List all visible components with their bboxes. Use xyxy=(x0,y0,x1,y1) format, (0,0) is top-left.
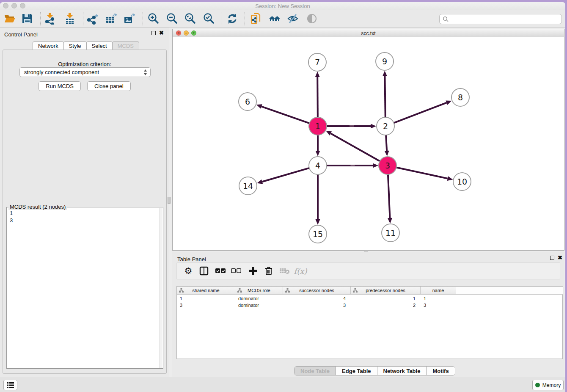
vertical-splitter-handle[interactable] xyxy=(168,197,171,204)
delete-table-icon[interactable] xyxy=(279,265,290,276)
close-panel-button[interactable]: Close panel xyxy=(87,81,131,91)
main-toolbar xyxy=(0,10,565,28)
refresh-icon[interactable] xyxy=(226,12,239,25)
column-header-shared-name[interactable]: shared name xyxy=(177,287,235,295)
table-panel-buttons: ✖ xyxy=(550,256,562,260)
node-label: 7 xyxy=(315,58,320,67)
select-all-icon[interactable] xyxy=(215,265,226,276)
deselect-all-icon[interactable] xyxy=(231,265,242,276)
tab-network[interactable]: Network xyxy=(33,41,64,50)
node-label: 4 xyxy=(315,161,320,170)
arrowhead-icon xyxy=(373,163,378,168)
cell-shared-name: 1 xyxy=(177,295,235,302)
delete-column-icon[interactable] xyxy=(263,265,274,276)
search-field[interactable] xyxy=(439,14,562,24)
zoom-out-icon[interactable] xyxy=(165,12,178,25)
column-header-MCDS-role[interactable]: MCDS role xyxy=(235,287,283,295)
tab-mcds[interactable]: MCDS xyxy=(112,41,139,50)
close-table-panel-icon[interactable]: ✖ xyxy=(558,256,562,260)
cell-MCDS-role: dominator xyxy=(235,302,283,309)
network-graph[interactable]: 7968124314101511 xyxy=(173,37,564,250)
export-image-icon[interactable] xyxy=(123,12,135,25)
open-session-icon[interactable] xyxy=(3,12,16,25)
tab-edge-table[interactable]: Edge Table xyxy=(336,367,377,375)
result-scrollbar[interactable] xyxy=(159,208,162,368)
optimization-criterion-dropdown[interactable]: strongly connected component xyxy=(19,67,151,77)
tab-select[interactable]: Select xyxy=(86,41,113,50)
column-header-successor-nodes[interactable]: successor nodes xyxy=(283,287,351,295)
network-view-title: scc.txt xyxy=(173,30,564,36)
node-label: 9 xyxy=(382,57,387,66)
edge-4-14[interactable] xyxy=(262,168,309,182)
arrowhead-icon xyxy=(383,71,387,76)
cell-successor-nodes: 4 xyxy=(283,295,351,302)
gear-icon[interactable]: ⚙ xyxy=(183,265,194,276)
cell-predecessor-nodes: 2 xyxy=(351,302,421,309)
memory-status-icon xyxy=(535,383,540,387)
network-canvas[interactable]: 7968124314101511 xyxy=(173,37,564,250)
column-header-filler xyxy=(456,287,563,295)
panes-icon[interactable] xyxy=(198,265,209,276)
toolbar-separator xyxy=(221,12,221,25)
table-panel: Table Panel ✖ ⚙ xyxy=(172,252,564,377)
cell-shared-name: 3 xyxy=(177,302,235,309)
function-builder-icon[interactable]: f(x) xyxy=(295,265,306,276)
table-tabs: Node TableEdge TableNetwork TableMotifs xyxy=(294,366,455,375)
zoom-fit-icon[interactable] xyxy=(184,12,196,25)
table-toolbar: ⚙ f(x) xyxy=(176,262,560,279)
float-panel-icon[interactable] xyxy=(151,31,156,35)
edge-1-6[interactable] xyxy=(261,107,309,124)
edge-2-9[interactable] xyxy=(385,76,385,117)
task-history-button[interactable] xyxy=(3,380,17,390)
import-table-icon[interactable] xyxy=(63,12,76,25)
export-network-icon[interactable] xyxy=(86,12,99,25)
edge-1-7[interactable] xyxy=(317,77,318,117)
clone-network-icon[interactable] xyxy=(250,12,262,25)
node-label: 11 xyxy=(385,228,396,237)
column-header-predecessor-nodes[interactable]: predecessor nodes xyxy=(351,287,421,295)
edge-3-10[interactable] xyxy=(396,167,448,178)
search-icon xyxy=(443,16,449,22)
edge-2-3[interactable] xyxy=(386,135,387,151)
float-table-panel-icon[interactable] xyxy=(550,256,554,260)
close-panel-icon[interactable]: ✖ xyxy=(159,31,164,35)
export-table-icon[interactable] xyxy=(105,12,117,25)
mcds-panel: Optimization criterion: strongly connect… xyxy=(3,50,167,374)
show-all-icon[interactable] xyxy=(306,12,318,25)
tab-style[interactable]: Style xyxy=(63,41,87,50)
title-bar: Session: New Session xyxy=(0,2,565,10)
edge-2-8[interactable] xyxy=(394,103,447,123)
first-neighbors-icon[interactable] xyxy=(268,12,281,25)
node-label: 10 xyxy=(457,177,467,186)
tab-node-table[interactable]: Node Table xyxy=(295,367,336,375)
save-session-icon[interactable] xyxy=(21,12,33,25)
optimization-criterion-label: Optimization criterion: xyxy=(3,61,166,67)
hide-selected-icon[interactable] xyxy=(286,12,299,25)
result-line: 3 xyxy=(10,217,13,224)
application-window: Session: New Session xyxy=(0,2,565,392)
column-header-name[interactable]: name xyxy=(421,287,456,295)
arrowhead-icon xyxy=(388,218,392,224)
edge-3-1[interactable] xyxy=(330,133,380,161)
zoom-in-icon[interactable] xyxy=(147,12,160,25)
cell-name: 3 xyxy=(421,302,456,309)
tab-network-table[interactable]: Network Table xyxy=(377,367,427,375)
tab-motifs[interactable]: Motifs xyxy=(427,367,454,375)
status-bar: Memory xyxy=(0,377,565,392)
import-network-icon[interactable] xyxy=(44,12,56,25)
control-panel-tabs: NetworkStyleSelectMCDS xyxy=(33,41,139,50)
table-row[interactable]: 3dominator323 xyxy=(177,302,456,309)
run-mcds-button[interactable]: Run MCDS xyxy=(39,81,81,91)
add-column-icon[interactable] xyxy=(248,265,259,276)
network-window-titlebar[interactable]: × − + scc.txt xyxy=(173,29,564,37)
arrowhead-icon xyxy=(256,104,262,108)
edge-3-11[interactable] xyxy=(388,174,390,218)
node-label: 14 xyxy=(243,181,253,190)
node-table[interactable]: shared nameMCDS rolesuccessor nodesprede… xyxy=(176,286,563,359)
table-header: shared nameMCDS rolesuccessor nodesprede… xyxy=(177,287,563,295)
table-row[interactable]: 1dominator411 xyxy=(177,295,456,302)
control-panel-buttons: ✖ xyxy=(151,31,164,35)
search-input[interactable] xyxy=(451,16,561,22)
zoom-selected-icon[interactable] xyxy=(202,12,215,25)
memory-button[interactable]: Memory xyxy=(532,380,564,390)
